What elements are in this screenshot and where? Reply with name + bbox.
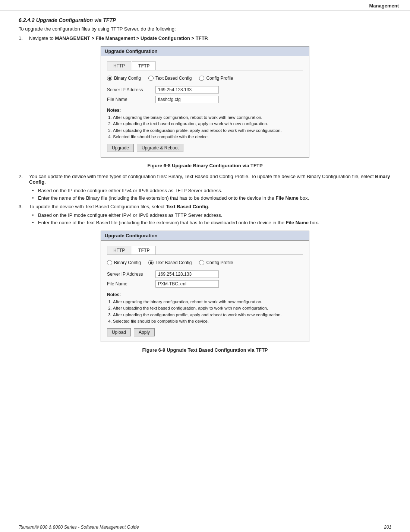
page-header: Management [0, 0, 410, 10]
step-1-nav: MANAGEMENT > File Management > Update Co… [55, 35, 208, 41]
notes-title-1: Notes: [107, 108, 303, 113]
upgrade-button-1[interactable]: Upgrade [107, 144, 134, 152]
tab-row-2: HTTP TFTP [107, 246, 303, 255]
step-3-num: 3. [19, 204, 29, 209]
step-2-bold: Binary Config [29, 174, 390, 185]
radio-textbased-2[interactable]: Text Based Config [148, 260, 192, 265]
step-3-text: To update the device with Text Based Con… [29, 204, 209, 209]
section-title: 6.2.4.2 Upgrade Configuration via TFTP [19, 17, 391, 23]
step-2-bullet-2: • Enter the name of the Binary file (inc… [32, 195, 391, 201]
step-2-bullet-1-text: Based on the IP mode configure either IP… [38, 188, 222, 193]
notes-2: Notes: After upgrading the binary config… [107, 292, 303, 324]
panel-1-title: Upgrade Configuration [101, 47, 309, 56]
field-serverip-input-2[interactable] [155, 270, 219, 278]
notes-list-2: After upgrading the binary configuration… [107, 299, 303, 324]
step-3-bullet-2: • Enter the name of the Text Based file … [32, 220, 391, 225]
tab-tftp-2[interactable]: TFTP [132, 246, 156, 254]
note-2-3: After uploading the configuration profil… [113, 312, 303, 318]
note-2-4: Selected file should be compatible with … [113, 318, 303, 324]
upgrade-reboot-button-1[interactable]: Upgrade & Reboot [137, 144, 183, 152]
field-serverip-label-1: Server IP Address [107, 87, 155, 92]
notes-1: Notes: After upgrading the binary config… [107, 108, 303, 140]
step-2-text: You can update the device with three typ… [29, 174, 391, 185]
radio-configprofile-2[interactable]: Config Profile [199, 260, 233, 265]
step-2-bullet-1: • Based on the IP mode configure either … [32, 188, 391, 193]
upload-button-2[interactable]: Upload [107, 328, 131, 336]
field-filename-row-1: File Name [107, 96, 303, 103]
radio-textbased-1[interactable]: Text Based Config [148, 76, 192, 81]
bullet-symbol-3: • [32, 212, 38, 218]
radio-binary-circle-1 [107, 76, 112, 81]
bullet-symbol-4: • [32, 220, 38, 225]
radio-binary-2[interactable]: Binary Config [107, 260, 141, 265]
step-3-bullet-1-text: Based on the IP mode configure either IP… [38, 212, 222, 218]
footer-left: Tsunami® 800 & 8000 Series - Software Ma… [19, 525, 139, 530]
tab-tftp-1[interactable]: TFTP [132, 61, 156, 70]
step-3-bold: Text Based Config [166, 204, 208, 209]
radio-configprofile-circle-2 [199, 260, 204, 265]
field-filename-label-2: File Name [107, 281, 155, 286]
section-intro: To upgrade the configuration files by us… [19, 26, 391, 32]
tab-http-2[interactable]: HTTP [107, 246, 131, 254]
figure-1-caption: Figure 6-8 Upgrade Binary Configuration … [19, 163, 391, 168]
upgrade-config-panel-1: Upgrade Configuration HTTP TFTP Binary C… [101, 46, 309, 158]
step-2: 2. You can update the device with three … [19, 174, 391, 185]
step-2-num: 2. [19, 174, 29, 185]
tab-row-1: HTTP TFTP [107, 61, 303, 70]
button-row-2: Upload Apply [107, 328, 303, 336]
page-content: 6.2.4.2 Upgrade Configuration via TFTP T… [0, 10, 410, 369]
step-1: 1. Navigate to MANAGEMENT > File Managem… [19, 35, 391, 41]
field-filename-input-2[interactable] [155, 280, 219, 288]
radio-textbased-circle-1 [148, 76, 154, 81]
tab-http-1[interactable]: HTTP [107, 61, 131, 70]
radio-binary-circle-2 [107, 260, 112, 265]
radio-row-1: Binary Config Text Based Config Config P… [107, 76, 303, 81]
notes-title-2: Notes: [107, 292, 303, 297]
page-footer: Tsunami® 800 & 8000 Series - Software Ma… [0, 522, 410, 532]
bullet-symbol-1: • [32, 188, 38, 193]
bullet-symbol-2: • [32, 195, 38, 201]
field-serverip-input-1[interactable] [155, 86, 219, 94]
field-serverip-label-2: Server IP Address [107, 272, 155, 277]
note-1-3: After uploading the configuration profil… [113, 127, 303, 134]
field-serverip-row-1: Server IP Address [107, 86, 303, 94]
note-2-2: After uploading the text based configura… [113, 305, 303, 311]
step-2-bullet-2-text: Enter the name of the Binary file (inclu… [38, 195, 309, 201]
radio-binary-1[interactable]: Binary Config [107, 76, 141, 81]
step-3-filename-bold: File Name [286, 220, 309, 225]
step-3-bullet-2-text: Enter the name of the Text Based file (i… [38, 220, 319, 225]
apply-button-2[interactable]: Apply [134, 328, 155, 336]
upgrade-config-panel-2: Upgrade Configuration HTTP TFTP Binary C… [101, 231, 309, 342]
notes-list-1: After upgrading the binary configuration… [107, 114, 303, 140]
note-1-1: After upgrading the binary configuration… [113, 114, 303, 121]
field-filename-input-1[interactable] [155, 96, 219, 103]
note-1-2: After uploading the text based configura… [113, 121, 303, 127]
field-filename-label-1: File Name [107, 97, 155, 102]
note-1-4: Selected file should be compatible with … [113, 134, 303, 140]
button-row-1: Upgrade Upgrade & Reboot [107, 144, 303, 152]
radio-configprofile-circle-1 [199, 76, 204, 81]
step-1-text: Navigate to MANAGEMENT > File Management… [29, 35, 208, 41]
header-title: Management [369, 3, 399, 9]
note-2-1: After upgrading the binary configuration… [113, 299, 303, 305]
step-2-filename-bold: File Name [275, 195, 298, 201]
figure-2-caption: Figure 6-9 Upgrade Text Based Configurat… [19, 347, 391, 353]
field-filename-row-2: File Name [107, 280, 303, 288]
radio-configprofile-1[interactable]: Config Profile [199, 76, 233, 81]
panel-2-title: Upgrade Configuration [101, 231, 309, 241]
field-serverip-row-2: Server IP Address [107, 270, 303, 278]
radio-textbased-circle-2 [148, 260, 154, 265]
radio-row-2: Binary Config Text Based Config Config P… [107, 260, 303, 265]
step-1-num: 1. [19, 35, 29, 41]
footer-right: 201 [384, 525, 391, 530]
step-3: 3. To update the device with Text Based … [19, 204, 391, 209]
step-3-bullet-1: • Based on the IP mode configure either … [32, 212, 391, 218]
